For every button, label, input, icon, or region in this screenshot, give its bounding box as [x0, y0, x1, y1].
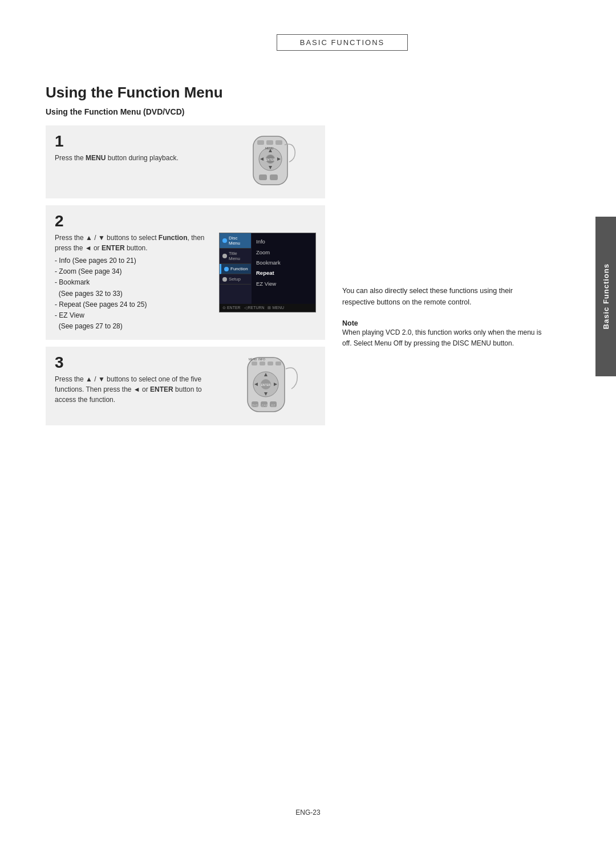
menu-option-zoom: Zoom [256, 247, 311, 258]
step-3-remote-svg: MENU INFO ENTER [228, 355, 313, 417]
svg-text:DVD: DVD [252, 404, 258, 407]
step-2-block: 2 Press the ▲ / ▼ buttons to select Func… [46, 205, 325, 340]
step-2-list-item: Bookmark (See pages 32 to 33) [55, 277, 210, 299]
step-2-number: 2 [55, 213, 210, 229]
step-3-text: Press the ▲ / ▼ buttons to select one of… [55, 374, 216, 405]
menu-tab-title: Title Menu [220, 249, 251, 264]
menu-option-info: Info [256, 237, 311, 247]
svg-text:EZ: EZ [271, 404, 275, 407]
step-3-number: 3 [55, 355, 216, 371]
menu-tab-setup: Setup [220, 274, 251, 285]
sidebar-label: Basic Functions [602, 263, 610, 329]
right-note-text: You can also directly select these funct… [342, 285, 542, 308]
main-layout: 1 Press the MENU button during playback. [46, 125, 570, 432]
step-1-image: MENU ENTER [225, 133, 316, 190]
step-2-list-item: Repeat (See pages 24 to 25) [55, 299, 210, 310]
svg-rect-14 [270, 174, 278, 180]
menu-tab-disc: Disc Menu [220, 233, 251, 249]
note-label: Note [342, 319, 542, 327]
svg-rect-18 [268, 361, 273, 365]
step-3-left: 3 Press the ▲ / ▼ buttons to select one … [55, 355, 216, 405]
page-title: Using the Function Menu [46, 84, 570, 101]
svg-rect-3 [275, 140, 282, 145]
step-2-list-item: EZ View (See pages 27 to 28) [55, 310, 210, 332]
step-2-list: Info (See pages 20 to 21) Zoom (See page… [55, 255, 210, 332]
step-1-block: 1 Press the MENU button during playback. [46, 125, 325, 198]
step-2-text: Press the ▲ / ▼ buttons to select Functi… [55, 233, 210, 253]
svg-rect-2 [266, 140, 273, 145]
header-title: Basic Functions [300, 38, 384, 47]
footer-text: ENG-23 [295, 809, 320, 816]
step-1-number: 1 [55, 133, 216, 149]
svg-text:M.CARD: M.CARD [258, 404, 270, 407]
svg-text:MENU: MENU [249, 358, 257, 361]
header-box: Basic Functions [277, 34, 408, 51]
menu-screenshot: Disc Menu Title Menu Function [219, 233, 316, 312]
menu-tab-function: Function [220, 264, 251, 274]
note-body: When playing VCD 2.0, this function work… [342, 327, 542, 349]
menu-option-bookmark: Bookmark [256, 258, 311, 268]
step-1-remote-svg: MENU ENTER [228, 133, 313, 190]
menu-content: Info Zoom Bookmark Repeat EZ View [252, 233, 315, 312]
section-subtitle: Using the Function Menu (DVD/VCD) [46, 107, 570, 116]
menu-bottom-text: ⊙ ENTER ◁ RETURN ⊞ MENU [222, 306, 284, 310]
menu-option-repeat: Repeat [256, 268, 311, 278]
svg-text:ENTER: ENTER [261, 383, 271, 387]
step-2-image: Disc Menu Title Menu Function [219, 233, 316, 312]
right-column: You can also directly select these funct… [325, 125, 542, 432]
step-2-list-item: Info (See pages 20 to 21) [55, 255, 210, 266]
step-1-text: Press the MENU button during playback. [55, 153, 216, 163]
step-1-left: 1 Press the MENU button during playback. [55, 133, 216, 163]
page-container: Basic Functions Using the Function Menu … [0, 0, 616, 845]
menu-option-ezview: EZ View [256, 279, 311, 289]
svg-rect-1 [257, 140, 264, 145]
left-column: 1 Press the MENU button during playback. [46, 125, 325, 432]
svg-text:ENTER: ENTER [266, 158, 275, 161]
svg-text:MENU: MENU [265, 147, 274, 150]
page-footer: ENG-23 [295, 809, 320, 816]
svg-text:INFO: INFO [258, 358, 265, 361]
menu-bottom-bar: ⊙ ENTER ◁ RETURN ⊞ MENU [220, 304, 315, 312]
step-3-image: MENU INFO ENTER [225, 355, 316, 417]
sidebar-tab: Basic Functions [595, 217, 616, 376]
step-2-left: 2 Press the ▲ / ▼ buttons to select Func… [55, 213, 210, 332]
svg-rect-17 [260, 361, 265, 365]
step-2-list-item: Zoom (See page 34) [55, 266, 210, 277]
step-3-block: 3 Press the ▲ / ▼ buttons to select one … [46, 347, 325, 425]
svg-rect-13 [259, 174, 267, 180]
menu-sidebar: Disc Menu Title Menu Function [220, 233, 251, 312]
svg-rect-19 [275, 361, 281, 365]
svg-rect-16 [252, 361, 257, 365]
